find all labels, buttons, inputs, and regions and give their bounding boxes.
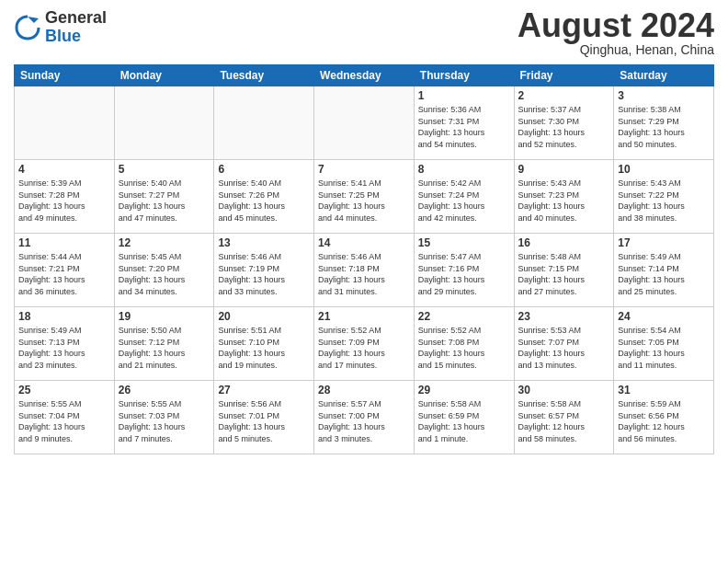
day-info: Sunrise: 5:46 AMSunset: 7:19 PMDaylight:… — [218, 251, 310, 297]
calendar-week-row: 1Sunrise: 5:36 AMSunset: 7:31 PMDaylight… — [15, 86, 714, 160]
logo-general-text: General — [45, 8, 107, 27]
day-info: Sunrise: 5:44 AMSunset: 7:21 PMDaylight:… — [18, 251, 110, 297]
col-thursday: Thursday — [414, 65, 514, 86]
table-row: 29Sunrise: 5:58 AMSunset: 6:59 PMDayligh… — [414, 381, 514, 454]
logo-text: General Blue — [45, 9, 107, 46]
month-title: August 2024 — [518, 9, 714, 42]
day-info: Sunrise: 5:56 AMSunset: 7:01 PMDaylight:… — [218, 398, 310, 444]
calendar-week-row: 25Sunrise: 5:55 AMSunset: 7:04 PMDayligh… — [15, 381, 714, 454]
calendar-header-row: Sunday Monday Tuesday Wednesday Thursday… — [15, 65, 714, 86]
table-row: 1Sunrise: 5:36 AMSunset: 7:31 PMDaylight… — [414, 86, 514, 160]
table-row: 24Sunrise: 5:54 AMSunset: 7:05 PMDayligh… — [614, 307, 714, 381]
table-row: 22Sunrise: 5:52 AMSunset: 7:08 PMDayligh… — [414, 307, 514, 381]
title-block: August 2024 Qinghua, Henan, China — [518, 9, 714, 57]
logo: General Blue — [14, 9, 107, 46]
col-friday: Friday — [514, 65, 614, 86]
day-info: Sunrise: 5:47 AMSunset: 7:16 PMDaylight:… — [418, 251, 510, 297]
day-number: 11 — [18, 236, 110, 249]
day-info: Sunrise: 5:43 AMSunset: 7:22 PMDaylight:… — [618, 178, 710, 224]
day-info: Sunrise: 5:38 AMSunset: 7:29 PMDaylight:… — [618, 104, 710, 150]
day-number: 8 — [418, 163, 510, 176]
page: General Blue August 2024 Qinghua, Henan,… — [0, 0, 728, 563]
table-row: 26Sunrise: 5:55 AMSunset: 7:03 PMDayligh… — [114, 381, 214, 454]
table-row: 25Sunrise: 5:55 AMSunset: 7:04 PMDayligh… — [15, 381, 115, 454]
day-info: Sunrise: 5:52 AMSunset: 7:09 PMDaylight:… — [318, 325, 410, 371]
table-row: 6Sunrise: 5:40 AMSunset: 7:26 PMDaylight… — [214, 160, 314, 234]
table-row: 3Sunrise: 5:38 AMSunset: 7:29 PMDaylight… — [614, 86, 714, 160]
calendar-table: Sunday Monday Tuesday Wednesday Thursday… — [14, 64, 714, 454]
table-row: 21Sunrise: 5:52 AMSunset: 7:09 PMDayligh… — [314, 307, 415, 381]
day-number: 19 — [119, 310, 210, 323]
day-number: 9 — [518, 163, 610, 176]
day-number: 17 — [618, 236, 710, 249]
day-info: Sunrise: 5:40 AMSunset: 7:27 PMDaylight:… — [119, 178, 210, 224]
calendar-week-row: 18Sunrise: 5:49 AMSunset: 7:13 PMDayligh… — [15, 307, 714, 381]
day-number: 5 — [119, 163, 210, 176]
day-info: Sunrise: 5:53 AMSunset: 7:07 PMDaylight:… — [518, 325, 610, 371]
day-number: 13 — [218, 236, 310, 249]
table-row: 12Sunrise: 5:45 AMSunset: 7:20 PMDayligh… — [114, 234, 214, 307]
logo-icon — [14, 14, 41, 41]
day-info: Sunrise: 5:39 AMSunset: 7:28 PMDaylight:… — [18, 178, 110, 224]
day-number: 14 — [318, 236, 410, 249]
day-info: Sunrise: 5:54 AMSunset: 7:05 PMDaylight:… — [618, 325, 710, 371]
day-number: 3 — [618, 89, 710, 102]
table-row: 16Sunrise: 5:48 AMSunset: 7:15 PMDayligh… — [514, 234, 614, 307]
day-number: 2 — [518, 89, 610, 102]
day-number: 16 — [518, 236, 610, 249]
day-number: 21 — [318, 310, 410, 323]
table-row: 10Sunrise: 5:43 AMSunset: 7:22 PMDayligh… — [614, 160, 714, 234]
day-number: 10 — [618, 163, 710, 176]
table-row: 13Sunrise: 5:46 AMSunset: 7:19 PMDayligh… — [214, 234, 314, 307]
day-info: Sunrise: 5:52 AMSunset: 7:08 PMDaylight:… — [418, 325, 510, 371]
day-info: Sunrise: 5:57 AMSunset: 7:00 PMDaylight:… — [318, 398, 410, 444]
day-info: Sunrise: 5:37 AMSunset: 7:30 PMDaylight:… — [518, 104, 610, 150]
day-number: 6 — [218, 163, 310, 176]
table-row: 20Sunrise: 5:51 AMSunset: 7:10 PMDayligh… — [214, 307, 314, 381]
table-row: 17Sunrise: 5:49 AMSunset: 7:14 PMDayligh… — [614, 234, 714, 307]
table-row: 23Sunrise: 5:53 AMSunset: 7:07 PMDayligh… — [514, 307, 614, 381]
day-info: Sunrise: 5:43 AMSunset: 7:23 PMDaylight:… — [518, 178, 610, 224]
table-row — [114, 86, 214, 160]
day-info: Sunrise: 5:51 AMSunset: 7:10 PMDaylight:… — [218, 325, 310, 371]
day-info: Sunrise: 5:50 AMSunset: 7:12 PMDaylight:… — [119, 325, 210, 371]
day-number: 28 — [318, 384, 410, 396]
table-row: 8Sunrise: 5:42 AMSunset: 7:24 PMDaylight… — [414, 160, 514, 234]
day-info: Sunrise: 5:58 AMSunset: 6:59 PMDaylight:… — [418, 398, 510, 444]
day-number: 31 — [618, 384, 710, 396]
table-row: 31Sunrise: 5:59 AMSunset: 6:56 PMDayligh… — [614, 381, 714, 454]
table-row: 19Sunrise: 5:50 AMSunset: 7:12 PMDayligh… — [114, 307, 214, 381]
table-row — [15, 86, 115, 160]
table-row — [214, 86, 314, 160]
day-info: Sunrise: 5:49 AMSunset: 7:13 PMDaylight:… — [18, 325, 110, 371]
day-info: Sunrise: 5:46 AMSunset: 7:18 PMDaylight:… — [318, 251, 410, 297]
day-number: 20 — [218, 310, 310, 323]
table-row: 18Sunrise: 5:49 AMSunset: 7:13 PMDayligh… — [15, 307, 115, 381]
day-number: 18 — [18, 310, 110, 323]
calendar-week-row: 11Sunrise: 5:44 AMSunset: 7:21 PMDayligh… — [15, 234, 714, 307]
table-row — [314, 86, 415, 160]
table-row: 4Sunrise: 5:39 AMSunset: 7:28 PMDaylight… — [15, 160, 115, 234]
day-info: Sunrise: 5:48 AMSunset: 7:15 PMDaylight:… — [518, 251, 610, 297]
day-number: 30 — [518, 384, 610, 396]
table-row: 7Sunrise: 5:41 AMSunset: 7:25 PMDaylight… — [314, 160, 415, 234]
day-number: 22 — [418, 310, 510, 323]
col-saturday: Saturday — [614, 65, 714, 86]
table-row: 11Sunrise: 5:44 AMSunset: 7:21 PMDayligh… — [15, 234, 115, 307]
col-monday: Monday — [114, 65, 214, 86]
table-row: 5Sunrise: 5:40 AMSunset: 7:27 PMDaylight… — [114, 160, 214, 234]
day-number: 4 — [18, 163, 110, 176]
day-number: 7 — [318, 163, 410, 176]
day-info: Sunrise: 5:36 AMSunset: 7:31 PMDaylight:… — [418, 104, 510, 150]
day-info: Sunrise: 5:59 AMSunset: 6:56 PMDaylight:… — [618, 398, 710, 444]
table-row: 27Sunrise: 5:56 AMSunset: 7:01 PMDayligh… — [214, 381, 314, 454]
col-sunday: Sunday — [15, 65, 115, 86]
table-row: 28Sunrise: 5:57 AMSunset: 7:00 PMDayligh… — [314, 381, 415, 454]
table-row: 2Sunrise: 5:37 AMSunset: 7:30 PMDaylight… — [514, 86, 614, 160]
day-info: Sunrise: 5:49 AMSunset: 7:14 PMDaylight:… — [618, 251, 710, 297]
day-number: 27 — [218, 384, 310, 396]
day-number: 29 — [418, 384, 510, 396]
day-info: Sunrise: 5:41 AMSunset: 7:25 PMDaylight:… — [318, 178, 410, 224]
logo-blue-text: Blue — [45, 27, 81, 45]
day-info: Sunrise: 5:40 AMSunset: 7:26 PMDaylight:… — [218, 178, 310, 224]
